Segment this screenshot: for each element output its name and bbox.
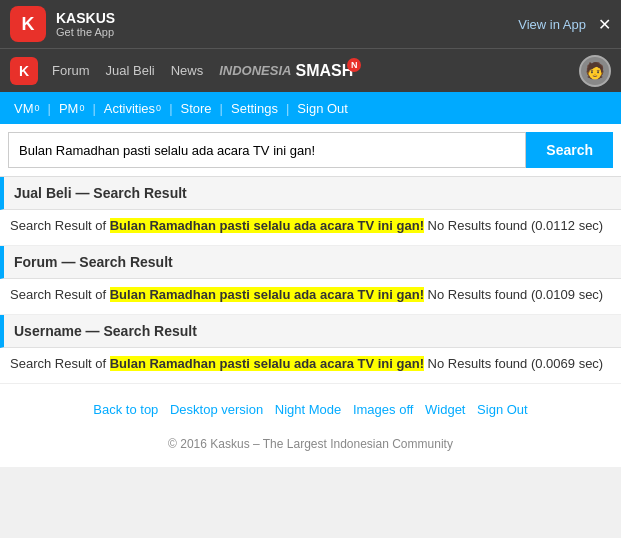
view-in-app-link[interactable]: View in App (518, 17, 586, 32)
result-body: Search Result of Bulan Ramadhan pasti se… (0, 210, 621, 246)
nav-smash[interactable]: INDONESIA SMASH N (219, 62, 353, 80)
nav-bar: K Forum Jual Beli News INDONESIA SMASH N… (0, 48, 621, 92)
footer-signout-link[interactable]: Sign Out (477, 402, 528, 417)
top-bar-text: KASKUS Get the App (56, 10, 115, 38)
footer-links: Back to top Desktop version Night Mode I… (0, 384, 621, 429)
copyright-text: © 2016 Kaskus – The Largest Indonesian C… (0, 429, 621, 467)
result-section: Jual Beli — Search ResultSearch Result o… (0, 177, 621, 246)
images-off-link[interactable]: Images off (353, 402, 413, 417)
avatar[interactable]: 🧑 (579, 55, 611, 87)
vm-link[interactable]: VM0 (8, 101, 46, 116)
pm-link[interactable]: PM0 (53, 101, 91, 116)
nav-news[interactable]: News (171, 63, 204, 78)
top-bar: K KASKUS Get the App View in App ✕ (0, 0, 621, 48)
widget-link[interactable]: Widget (425, 402, 465, 417)
result-header: Jual Beli — Search Result (0, 177, 621, 210)
smash-badge: N (347, 58, 361, 72)
content-area: Jual Beli — Search ResultSearch Result o… (0, 177, 621, 384)
signout-link[interactable]: Sign Out (291, 101, 354, 116)
result-header: Forum — Search Result (0, 246, 621, 279)
blue-bar: VM0 | PM0 | Activities0 | Store | Settin… (0, 92, 621, 124)
store-link[interactable]: Store (175, 101, 218, 116)
top-bar-right: View in App ✕ (518, 15, 611, 34)
nav-jual-beli[interactable]: Jual Beli (106, 63, 155, 78)
result-section: Username — Search ResultSearch Result of… (0, 315, 621, 384)
close-icon[interactable]: ✕ (598, 15, 611, 34)
top-bar-left: K KASKUS Get the App (10, 6, 115, 42)
result-header: Username — Search Result (0, 315, 621, 348)
result-body: Search Result of Bulan Ramadhan pasti se… (0, 348, 621, 384)
activities-link[interactable]: Activities0 (98, 101, 167, 116)
search-highlight: Bulan Ramadhan pasti selalu ada acara TV… (110, 287, 424, 302)
search-bar: Search (0, 124, 621, 177)
search-highlight: Bulan Ramadhan pasti selalu ada acara TV… (110, 218, 424, 233)
nav-logo-icon: K (10, 57, 38, 85)
kaskus-logo-icon: K (10, 6, 46, 42)
settings-link[interactable]: Settings (225, 101, 284, 116)
nav-forum[interactable]: Forum (52, 63, 90, 78)
search-button[interactable]: Search (526, 132, 613, 168)
back-to-top-link[interactable]: Back to top (93, 402, 158, 417)
nav-links: Forum Jual Beli News INDONESIA SMASH N (52, 62, 579, 80)
desktop-version-link[interactable]: Desktop version (170, 402, 263, 417)
search-input[interactable] (8, 132, 526, 168)
app-title: KASKUS (56, 10, 115, 26)
app-subtitle: Get the App (56, 26, 115, 38)
result-body: Search Result of Bulan Ramadhan pasti se… (0, 279, 621, 315)
search-highlight: Bulan Ramadhan pasti selalu ada acara TV… (110, 356, 424, 371)
result-section: Forum — Search ResultSearch Result of Bu… (0, 246, 621, 315)
night-mode-link[interactable]: Night Mode (275, 402, 341, 417)
